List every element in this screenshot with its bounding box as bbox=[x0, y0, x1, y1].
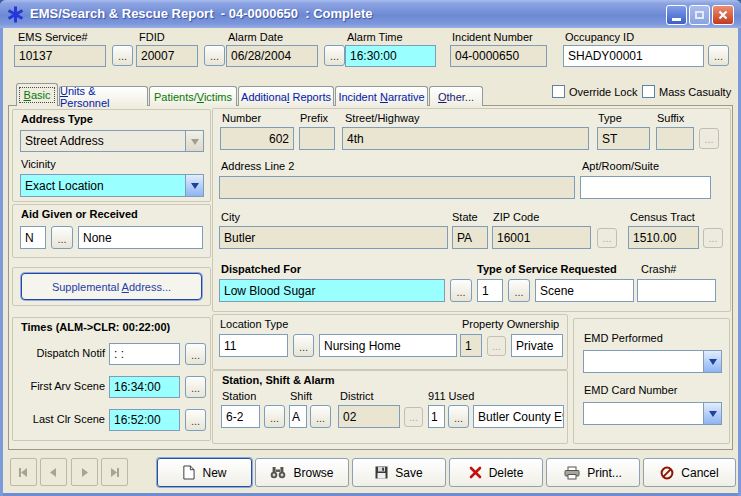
station-field[interactable]: 6-2 bbox=[221, 405, 260, 428]
occupancy-id-browse-button[interactable]: ... bbox=[708, 45, 729, 66]
nav-last-icon bbox=[108, 466, 121, 479]
street-browse-button: ... bbox=[699, 128, 719, 149]
service-browse-button[interactable]: ... bbox=[508, 279, 530, 302]
override-lock-label: Override Lock bbox=[569, 86, 637, 98]
nav-first-icon bbox=[17, 466, 30, 479]
delete-button[interactable]: Delete bbox=[449, 458, 543, 487]
zip-browse-button: ... bbox=[597, 228, 617, 248]
dispatch-center-field: Butler County E91 bbox=[473, 405, 564, 428]
close-button[interactable] bbox=[712, 5, 734, 25]
save-button-label: Save bbox=[395, 466, 422, 480]
override-lock-checkbox[interactable] bbox=[552, 85, 565, 98]
fdid-browse-button[interactable]: ... bbox=[204, 45, 225, 66]
nav-last-button bbox=[101, 458, 128, 486]
cancel-icon bbox=[660, 466, 674, 480]
emd-performed-combo[interactable] bbox=[583, 350, 722, 373]
tab-additional-reports[interactable]: Additional Reports bbox=[238, 86, 334, 106]
dispatch-notif-browse-button[interactable]: ... bbox=[185, 343, 206, 365]
crash-number-field[interactable] bbox=[637, 279, 716, 302]
first-arv-scene-browse-button[interactable]: ... bbox=[185, 376, 206, 398]
alarm-date-browse-button[interactable]: ... bbox=[324, 45, 345, 66]
aid-code-field[interactable]: N bbox=[20, 226, 46, 249]
shift-field[interactable]: A bbox=[289, 405, 307, 428]
chevron-down-icon[interactable] bbox=[703, 403, 721, 424]
census-browse-button: ... bbox=[703, 228, 723, 248]
incident-number-field: 04-0000650 bbox=[450, 45, 547, 67]
district-label: District bbox=[340, 390, 374, 402]
print-button[interactable]: Print... bbox=[546, 458, 640, 487]
minimize-button[interactable] bbox=[666, 5, 687, 25]
tab-incident-narrative[interactable]: Incident Narrative bbox=[335, 86, 428, 106]
incident-number-label: Incident Number bbox=[452, 31, 533, 43]
chevron-down-icon bbox=[185, 131, 203, 151]
ems-report-window: EMS/Search & Rescue Report - 04-0000650 … bbox=[0, 0, 741, 496]
street-highway-field: 4th bbox=[342, 127, 589, 150]
new-button[interactable]: New bbox=[157, 458, 252, 487]
new-button-label: New bbox=[202, 466, 226, 480]
911-used-browse-button[interactable]: ... bbox=[448, 405, 469, 428]
window-title: EMS/Search & Rescue Report - 04-0000650 … bbox=[30, 0, 372, 28]
supplemental-address-button[interactable]: Supplemental Address... bbox=[21, 273, 202, 300]
last-clr-scene-browse-button[interactable]: ... bbox=[185, 409, 206, 431]
mass-casualty-checkbox[interactable] bbox=[642, 85, 655, 98]
nav-next-button bbox=[71, 458, 98, 486]
alarm-date-field: 06/28/2004 bbox=[226, 45, 318, 67]
address-line2-label: Address Line 2 bbox=[221, 160, 294, 172]
service-code-field[interactable]: 1 bbox=[477, 279, 503, 302]
aid-browse-button[interactable]: ... bbox=[51, 226, 73, 249]
tab-patients-victims[interactable]: Patients/Victims bbox=[149, 86, 237, 106]
aid-label: Aid Given or Received bbox=[21, 208, 138, 220]
last-clr-scene-label: Last Clr Scene bbox=[12, 413, 105, 425]
tab-units-personnel[interactable]: Units & Personnel bbox=[59, 86, 148, 106]
city-field: Butler bbox=[219, 226, 448, 249]
property-ownership-description-field: Private bbox=[511, 334, 563, 357]
chevron-down-icon[interactable] bbox=[185, 175, 203, 196]
service-requested-label: Type of Service Requested bbox=[477, 263, 617, 275]
tab-basic-label: Basic bbox=[20, 88, 55, 102]
apt-room-suite-field[interactable] bbox=[580, 176, 711, 199]
tab-other[interactable]: Other... bbox=[429, 86, 483, 106]
save-button[interactable]: Save bbox=[352, 458, 446, 487]
prefix-label: Prefix bbox=[300, 112, 328, 124]
binoculars-icon bbox=[270, 466, 286, 479]
dispatched-for-field[interactable]: Low Blood Sugar bbox=[219, 279, 445, 302]
state-label: State bbox=[452, 211, 478, 223]
tab-basic[interactable]: Basic bbox=[16, 83, 58, 106]
maximize-button bbox=[689, 5, 710, 25]
dispatch-notif-field[interactable]: : : bbox=[109, 343, 180, 365]
occupancy-id-field[interactable]: SHADY00001 bbox=[563, 45, 704, 67]
alarm-time-field[interactable]: 16:30:00 bbox=[345, 45, 436, 67]
aid-description-field: None bbox=[78, 226, 203, 249]
emd-card-number-combo[interactable] bbox=[583, 402, 722, 425]
census-tract-field: 1510.00 bbox=[628, 226, 699, 249]
station-browse-button[interactable]: ... bbox=[264, 405, 285, 428]
dispatched-for-browse-button[interactable]: ... bbox=[450, 279, 472, 302]
zip-code-label: ZIP Code bbox=[493, 211, 539, 223]
vicinity-combo[interactable]: Exact Location bbox=[20, 174, 204, 197]
address-type-value: Street Address bbox=[21, 131, 185, 151]
browse-button[interactable]: Browse bbox=[255, 458, 349, 487]
cancel-button[interactable]: Cancel bbox=[643, 458, 736, 487]
911-used-label: 911 Used bbox=[428, 390, 474, 402]
nav-first-button bbox=[10, 458, 37, 486]
location-type-code-field[interactable]: 11 bbox=[219, 334, 288, 357]
city-label: City bbox=[221, 211, 240, 223]
minimize-icon bbox=[672, 18, 681, 21]
suffix-label: Suffix bbox=[657, 112, 684, 124]
nav-previous-button bbox=[40, 458, 67, 486]
tab-incident-narrative-label: Incident Narrative bbox=[338, 91, 424, 103]
first-arv-scene-field[interactable]: 16:34:00 bbox=[109, 376, 180, 398]
location-type-description-field: Nursing Home bbox=[319, 334, 457, 357]
shift-browse-button[interactable]: ... bbox=[310, 405, 331, 428]
chevron-down-icon[interactable] bbox=[703, 351, 721, 372]
location-type-browse-button[interactable]: ... bbox=[293, 334, 314, 357]
911-used-code-field[interactable]: 1 bbox=[428, 405, 445, 428]
dispatched-for-label: Dispatched For bbox=[221, 263, 301, 275]
tab-patients-victims-label: Patients/Victims bbox=[154, 91, 232, 103]
last-clr-scene-field[interactable]: 16:52:00 bbox=[109, 409, 180, 431]
fdid-field: 20007 bbox=[136, 45, 198, 67]
close-icon bbox=[718, 10, 728, 20]
ems-service-browse-button[interactable]: ... bbox=[112, 45, 133, 66]
address-type-combo: Street Address bbox=[20, 130, 204, 152]
maximize-icon bbox=[695, 11, 704, 19]
